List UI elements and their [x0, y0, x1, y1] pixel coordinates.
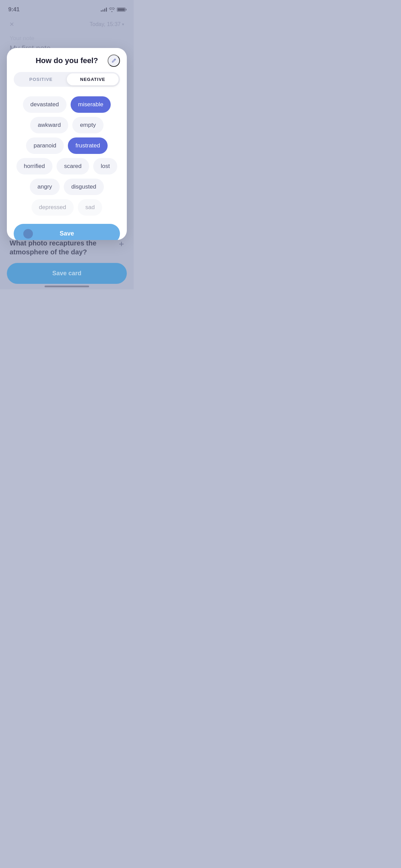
- chip-angry[interactable]: angry: [30, 179, 60, 195]
- modal-title: How do you feel?: [36, 56, 98, 65]
- save-btn-container: Save: [14, 218, 120, 240]
- tab-negative[interactable]: NEGATIVE: [67, 73, 119, 85]
- chip-depressed[interactable]: depressed: [32, 199, 74, 216]
- bottom-content: What photo recaptures the atmosphere of …: [10, 239, 124, 262]
- chip-miserable[interactable]: miserable: [71, 96, 111, 113]
- chip-horrified[interactable]: horrified: [16, 158, 52, 174]
- chip-devastated[interactable]: devastated: [23, 96, 66, 113]
- edit-button[interactable]: [108, 55, 120, 67]
- chip-scared[interactable]: scared: [57, 158, 89, 174]
- modal-header: How do you feel?: [14, 56, 120, 65]
- add-photo-button[interactable]: +: [119, 239, 124, 249]
- photo-question: What photo recaptures the atmosphere of …: [10, 239, 124, 256]
- emotions-area[interactable]: devastatedmiserableawkwardemptyparanoidf…: [14, 95, 120, 218]
- chip-paranoid[interactable]: paranoid: [26, 137, 64, 154]
- press-indicator: [23, 229, 33, 239]
- chip-sad[interactable]: sad: [78, 199, 102, 216]
- chip-frustrated[interactable]: frustrated: [68, 137, 108, 154]
- chip-awkward[interactable]: awkward: [30, 117, 68, 133]
- tab-positive[interactable]: POSITIVE: [15, 73, 67, 85]
- pencil-icon: [111, 58, 117, 63]
- emotions-chips: devastatedmiserableawkwardemptyparanoidf…: [14, 95, 120, 217]
- chip-lost[interactable]: lost: [93, 158, 117, 174]
- tabs-container: POSITIVE NEGATIVE: [14, 72, 120, 87]
- chip-empty[interactable]: empty: [72, 117, 103, 133]
- modal-card: How do you feel? POSITIVE NEGATIVE devas…: [7, 48, 127, 240]
- chip-disgusted[interactable]: disgusted: [64, 179, 104, 195]
- save-card-button[interactable]: Save card: [7, 263, 127, 284]
- save-button[interactable]: Save: [14, 224, 120, 240]
- home-indicator: [45, 286, 89, 287]
